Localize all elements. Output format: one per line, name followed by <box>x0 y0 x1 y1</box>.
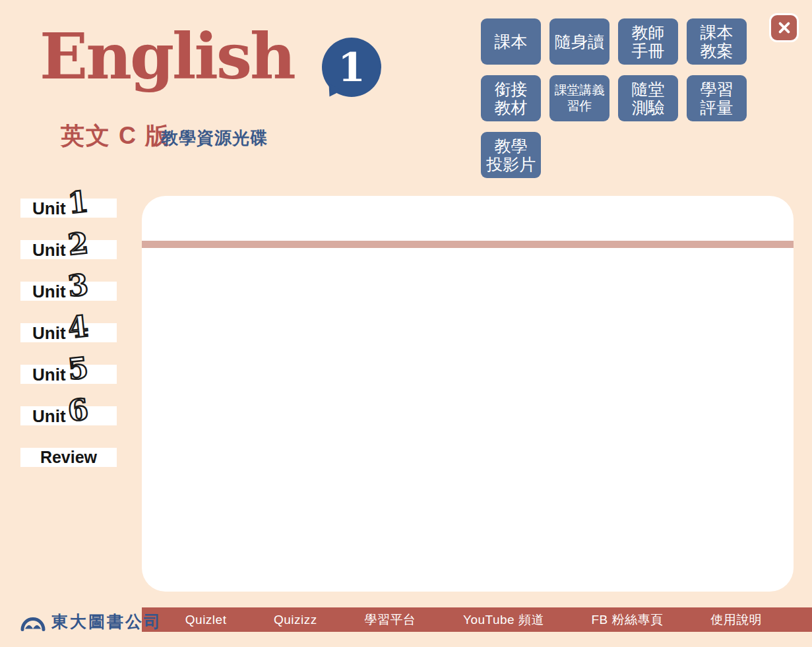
edition-label: 英文 C 版 <box>61 120 170 152</box>
panel-divider <box>142 241 794 248</box>
unit-label: Unit <box>32 366 66 383</box>
unit-number: 4 <box>67 313 90 341</box>
footer-link[interactable]: Quizizz <box>274 613 317 627</box>
resource-button-grid: 課本隨身讀教師 手冊課本 教案銜接 教材課堂講義 習作隨堂 測驗學習 評量教學 … <box>481 18 753 178</box>
unit-label: Unit <box>32 241 66 259</box>
content-panel <box>142 196 794 592</box>
resource-button[interactable]: 隨身讀 <box>549 18 609 65</box>
publisher-name: 東大圖書公司 <box>51 611 162 632</box>
volume-badge: 1 <box>322 38 381 97</box>
footer-link[interactable]: YouTube 頻道 <box>463 611 544 629</box>
sidebar-unit-button[interactable]: Unit2 <box>20 240 117 259</box>
sidebar-unit-button[interactable]: Unit4 <box>20 323 117 342</box>
resource-button[interactable]: 課堂講義 習作 <box>549 75 609 121</box>
unit-list: Unit1Unit2Unit3Unit4Unit5Unit6 <box>20 199 117 425</box>
app-logo-wordmark: English <box>40 25 294 88</box>
footer-link[interactable]: FB 粉絲專頁 <box>591 611 663 629</box>
unit-number: 2 <box>67 230 90 258</box>
footer-link-bar: QuizletQuizizz學習平台YouTube 頻道FB 粉絲專頁使用說明 <box>142 607 812 632</box>
resource-button[interactable]: 隨堂 測驗 <box>618 75 678 121</box>
close-button[interactable] <box>769 13 799 42</box>
unit-label: Unit <box>32 324 66 342</box>
footer-link[interactable]: 使用說明 <box>710 611 762 629</box>
unit-label: Unit <box>32 408 66 425</box>
sidebar-unit-button[interactable]: Unit5 <box>20 365 117 384</box>
sidebar-unit-button[interactable]: Unit1 <box>20 199 117 218</box>
sidebar-review-button[interactable]: Review <box>20 448 117 467</box>
resource-button[interactable]: 銜接 教材 <box>481 75 541 121</box>
footer-link[interactable]: Quizlet <box>185 613 227 627</box>
unit-number: 1 <box>67 188 90 216</box>
sidebar-unit-button[interactable]: Unit6 <box>20 406 117 425</box>
publisher-arch-icon <box>20 611 46 632</box>
resource-button[interactable]: 課本 教案 <box>687 18 747 65</box>
unit-label: Unit <box>32 283 66 300</box>
resource-button[interactable]: 課本 <box>481 18 541 65</box>
unit-sidebar: Unit1Unit2Unit3Unit4Unit5Unit6 Review <box>20 199 117 467</box>
disc-subtitle: 教學資源光碟 <box>161 127 268 150</box>
review-label: Review <box>40 448 97 467</box>
sidebar-unit-button[interactable]: Unit3 <box>20 282 117 301</box>
resource-button[interactable]: 教師 手冊 <box>618 18 678 65</box>
unit-number: 6 <box>67 396 90 424</box>
volume-number: 1 <box>338 47 365 87</box>
publisher-logo: 東大圖書公司 <box>20 609 162 633</box>
unit-number: 5 <box>67 354 90 383</box>
unit-number: 3 <box>67 271 90 299</box>
resource-button[interactable]: 教學 投影片 <box>481 132 541 178</box>
unit-label: Unit <box>32 200 66 217</box>
resource-button[interactable]: 學習 評量 <box>687 75 747 121</box>
footer-link[interactable]: 學習平台 <box>364 611 416 629</box>
